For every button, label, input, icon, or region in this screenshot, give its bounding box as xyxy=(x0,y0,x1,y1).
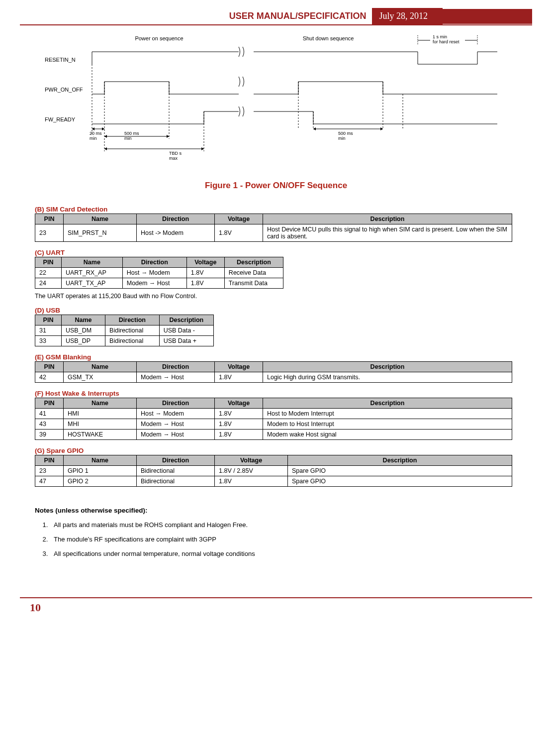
notes-list: All parts and materials must be ROHS com… xyxy=(50,521,517,557)
table-sim-detection: PIN Name Direction Voltage Description 2… xyxy=(35,214,512,242)
table-row: 33USB_DPBidirectionalUSB Data + xyxy=(35,336,214,346)
table-row: 22UART_RX_APHost → Modem1.8VReceive Data xyxy=(35,268,283,278)
svg-text:500 ms: 500 ms xyxy=(338,131,353,136)
svg-marker-24 xyxy=(201,147,204,150)
svg-text:min: min xyxy=(90,136,97,141)
svg-marker-18 xyxy=(104,135,107,138)
list-item: The module's RF specifications are compl… xyxy=(50,536,517,543)
label-hard-reset-2: for hard reset xyxy=(433,39,460,44)
label-power-on: Power on sequence xyxy=(135,35,183,41)
table-row: 42GSM_TXModem → Host1.8VLogic High durin… xyxy=(35,372,512,383)
page-number: 10 xyxy=(30,601,41,614)
svg-marker-29 xyxy=(380,127,383,130)
timing-diagram: Power on sequence Shut down sequence 1 s… xyxy=(35,29,502,169)
table-row: 24UART_TX_APModem → Host1.8VTransmit Dat… xyxy=(35,278,283,289)
header-bar xyxy=(443,9,532,24)
doc-title: USER MANUAL/SPECIFICATION xyxy=(20,11,372,21)
svg-text:max: max xyxy=(169,156,178,161)
label-hard-reset-1: 1 s min xyxy=(433,34,447,39)
svg-text:min: min xyxy=(124,136,132,141)
label-shutdown: Shut down sequence xyxy=(303,35,354,41)
doc-date: July 28, 2012 xyxy=(372,8,443,24)
list-item: All parts and materials must be ROHS com… xyxy=(50,521,517,529)
svg-text:500 ms: 500 ms xyxy=(124,131,139,136)
section-f-title: (F) Host Wake & Interrupts xyxy=(35,390,517,397)
section-g-title: (G) Spare GPIO xyxy=(35,447,517,454)
signal-reset: RESETIN_N xyxy=(45,57,76,63)
svg-marker-14 xyxy=(102,127,104,130)
section-e-title: (E) GSM Blanking xyxy=(35,353,517,361)
table-row: 39HOSTWAKEModem → Host1.8VModem wake Hos… xyxy=(35,430,512,440)
table-row: 41HMIHost → Modem1.8VHost to Modem Inter… xyxy=(35,409,512,419)
figure-caption: Figure 1 - Power ON/OFF Sequence xyxy=(35,181,517,191)
table-row: 23GPIO 1Bidirectional1.8V / 2.85VSpare G… xyxy=(35,466,512,476)
svg-marker-23 xyxy=(104,147,107,150)
table-hostwake: PIN Name Direction Voltage Description 4… xyxy=(35,398,512,440)
table-gsm: PIN Name Direction Voltage Description 4… xyxy=(35,361,512,383)
list-item: All specifications under normal temperat… xyxy=(50,550,517,557)
svg-marker-13 xyxy=(92,127,94,130)
svg-marker-28 xyxy=(313,127,316,130)
section-d-title: (D) USB xyxy=(35,307,517,314)
notes-heading: Notes (unless otherwise specified): xyxy=(35,507,517,514)
table-row: 43MHIModem → Host1.8VModem to Host Inter… xyxy=(35,419,512,430)
uart-note: The UART operates at 115,200 Baud with n… xyxy=(35,293,517,300)
page-header: USER MANUAL/SPECIFICATION July 28, 2012 xyxy=(20,8,532,25)
signal-pwr: PWR_ON_OFF xyxy=(45,87,83,93)
table-uart: PIN Name Direction Voltage Description 2… xyxy=(35,257,283,289)
table-row: 47GPIO 2Bidirectional1.8VSpare GPIO xyxy=(35,476,512,487)
section-c-title: (C) UART xyxy=(35,249,517,256)
svg-text:TBD s: TBD s xyxy=(169,151,182,156)
section-b-title: (B) SIM Card Detection xyxy=(35,206,517,213)
table-usb: PIN Name Direction Description 31USB_DMB… xyxy=(35,315,214,346)
page-footer: 10 xyxy=(20,597,532,614)
table-gpio: PIN Name Direction Voltage Description 2… xyxy=(35,455,512,487)
svg-text:20 ms: 20 ms xyxy=(90,131,102,136)
table-row: 31USB_DMBidirectionalUSB Data - xyxy=(35,325,214,336)
svg-text:min: min xyxy=(338,136,346,141)
table-row: 23 SIM_PRST_N Host -> Modem 1.8V Host De… xyxy=(35,224,512,242)
svg-marker-19 xyxy=(167,135,169,138)
signal-fw: FW_READY xyxy=(45,116,76,122)
